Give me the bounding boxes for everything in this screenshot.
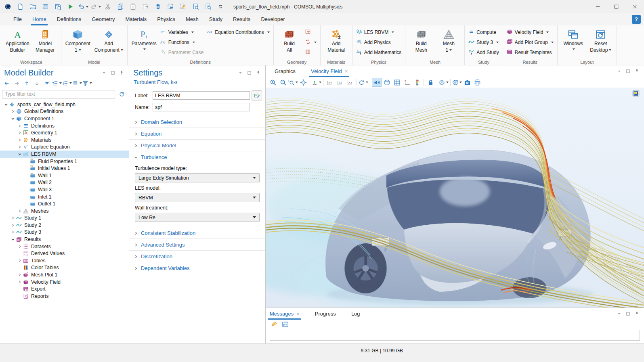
tree-expander-icon[interactable]	[10, 224, 16, 227]
ribbon-tab-home[interactable]: Home	[27, 13, 52, 25]
ribbon-button-add-material[interactable]: AddMaterial	[323, 27, 350, 54]
ribbon-tab-file[interactable]: File	[8, 13, 27, 25]
ribbon-tab-study[interactable]: Study	[204, 13, 228, 25]
panel-pin-icon[interactable]	[633, 310, 641, 318]
tree-item-study-3[interactable]: Study 3	[0, 229, 129, 236]
panel-pin-icon[interactable]	[254, 69, 262, 77]
new-file-icon[interactable]	[14, 1, 27, 12]
message-log-box[interactable]	[270, 330, 640, 341]
panel-float-icon[interactable]	[624, 310, 632, 318]
tree-expander-icon[interactable]	[3, 103, 9, 106]
ribbon-tab-results[interactable]: Results	[228, 13, 256, 25]
panel-menu-icon[interactable]	[100, 69, 108, 77]
ribbon-button-variables[interactable]: a=Variables	[159, 27, 205, 37]
rotate-view-icon[interactable]	[359, 78, 368, 87]
tree-expander-icon[interactable]	[17, 124, 23, 128]
filter-funnel-icon[interactable]	[82, 79, 92, 88]
panel-menu-icon[interactable]	[236, 69, 244, 77]
run-icon[interactable]	[64, 1, 77, 12]
panel-pin-icon[interactable]	[633, 67, 641, 75]
tree-expander-icon[interactable]	[17, 209, 23, 213]
cut-icon[interactable]	[102, 1, 114, 12]
zoom-box-icon[interactable]	[288, 78, 298, 87]
scene-light-icon[interactable]	[382, 78, 392, 87]
open-in-window-icon[interactable]	[280, 320, 290, 329]
tree-item-color-tables[interactable]: Color Tables	[0, 264, 129, 272]
tree-item-velocity-field[interactable]: Velocity Field	[0, 278, 129, 286]
dropdown-wall-treatment[interactable]: Low Re	[135, 213, 260, 222]
ribbon-button-mesh-1[interactable]: Mesh1	[435, 27, 462, 54]
find-icon[interactable]	[189, 1, 202, 12]
panel-pin-icon[interactable]	[117, 69, 126, 77]
zoom-extents-icon[interactable]	[298, 78, 308, 87]
tree-item-datasets[interactable]: Datasets	[0, 243, 129, 250]
ribbon-tab-mesh[interactable]: Mesh	[180, 13, 204, 25]
label-field[interactable]	[153, 91, 250, 100]
tree-item-les-rbvm[interactable]: *LES RBVM	[0, 151, 129, 158]
undo-icon[interactable]	[77, 1, 89, 12]
close-button[interactable]	[625, 0, 644, 13]
dropdown-les-model[interactable]: RBVM	[135, 193, 260, 202]
graphics-viewport[interactable]	[266, 88, 644, 308]
tree-expander-icon[interactable]	[17, 153, 23, 156]
redo-icon[interactable]	[89, 1, 102, 12]
tree-item-outlet-1[interactable]: Outlet 1	[0, 200, 129, 207]
ribbon-tab-developer[interactable]: Developer	[256, 13, 290, 25]
tree-item-mesh-plot-1[interactable]: *Mesh Plot 1	[0, 271, 129, 278]
panel-menu-icon[interactable]	[615, 67, 623, 75]
ribbon-button-geom-rebuild[interactable]	[303, 37, 318, 47]
update-scene-icon[interactable]	[452, 78, 462, 87]
panel-float-icon[interactable]	[624, 67, 632, 75]
tree-item-wall-1[interactable]: DWall 1	[0, 172, 129, 179]
tree-item-inlet-1[interactable]: Inlet 1	[0, 193, 129, 201]
section-header-equation[interactable]: Equation	[129, 128, 265, 139]
print-icon[interactable]	[472, 78, 482, 87]
tree-expander-icon[interactable]	[17, 245, 23, 248]
ribbon-button-add-physics[interactable]: Add Physics	[355, 37, 403, 47]
tree-expander-icon[interactable]	[17, 273, 23, 276]
close-icon[interactable]: ×	[345, 69, 348, 74]
tree-item-derived-values[interactable]: 8.85e-12Derived Values	[0, 250, 129, 257]
save-icon[interactable]	[39, 1, 52, 12]
section-header-dependent-variables[interactable]: Dependent Variables	[129, 262, 265, 274]
open-folder-icon[interactable]	[27, 1, 39, 12]
section-header-discretization[interactable]: Discretization	[129, 251, 265, 262]
lock-camera-icon[interactable]	[426, 78, 435, 87]
tree-item-global-definitions[interactable]: Global Definitions	[0, 108, 129, 115]
ribbon-button-add-mathematics[interactable]: ΔuAdd Mathematics	[355, 47, 403, 57]
view-xy-icon[interactable]: xy	[325, 78, 335, 87]
nav-back-icon[interactable]	[2, 79, 11, 88]
section-header-turbulence[interactable]: Turbulence	[129, 151, 265, 163]
ribbon-button-study-3[interactable]: Study 3	[467, 37, 500, 47]
ribbon-button-geom-partition[interactable]	[303, 47, 318, 57]
minimize-button[interactable]	[588, 0, 607, 13]
find-results-icon[interactable]	[202, 1, 214, 12]
tree-item-export[interactable]: Export	[0, 285, 129, 293]
ribbon-button-functions[interactable]: f(x)Functions	[159, 37, 205, 47]
tree-item-wall-2[interactable]: Wall 2	[0, 179, 129, 186]
ribbon-tab-materials[interactable]: Materials	[120, 13, 152, 25]
ribbon-button-geom-import[interactable]	[303, 27, 318, 37]
graphics-tab-graphics[interactable]: Graphics	[273, 65, 297, 77]
section-header-physical-model[interactable]: Physical Model	[129, 140, 265, 151]
plot-thumbnail-button[interactable]	[632, 90, 640, 97]
tree-item-initial-values-1[interactable]: DInitial Values 1	[0, 165, 129, 172]
paste-icon[interactable]	[127, 1, 139, 12]
section-header-advanced-settings[interactable]: Advanced Settings	[129, 239, 265, 250]
tree-expander-icon[interactable]	[17, 280, 23, 284]
clear-selection-icon[interactable]	[177, 1, 189, 12]
section-header-consistent-stabilization[interactable]: Consistent Stabilization	[129, 227, 265, 239]
snapshot-camera-icon[interactable]	[462, 78, 472, 87]
tree-expander-icon[interactable]	[10, 230, 16, 234]
ribbon-tab-physics[interactable]: Physics	[152, 13, 180, 25]
close-icon[interactable]: ×	[296, 311, 300, 316]
tree-item-meshes[interactable]: Meshes	[0, 207, 129, 215]
tree-item-results[interactable]: Results	[0, 236, 129, 243]
clear-messages-icon[interactable]	[269, 320, 279, 329]
ribbon-button-les-rbvm[interactable]: LES RBVM	[355, 27, 403, 37]
graphics-tab-velocity-field[interactable]: Velocity Field×	[309, 65, 349, 77]
tree-item-laplace-equation[interactable]: ∇*Laplace Equation	[0, 144, 129, 151]
tree-item-materials[interactable]: Materials	[0, 136, 129, 144]
tree-expander-icon[interactable]	[17, 145, 23, 149]
messages-tab-log[interactable]: Log	[350, 308, 362, 320]
